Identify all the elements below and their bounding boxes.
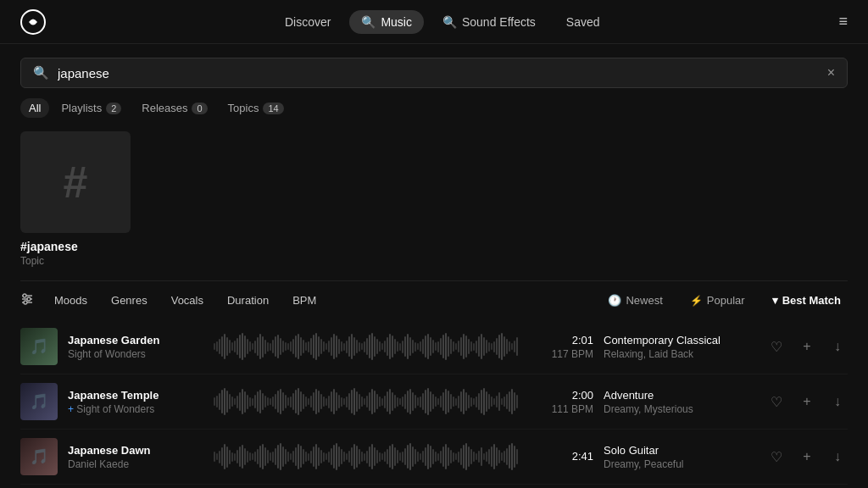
- waveform-bar: [343, 452, 345, 462]
- sort-newest[interactable]: 🕐 Newest: [601, 291, 669, 310]
- waveform-bar: [249, 397, 251, 407]
- add-button[interactable]: +: [797, 336, 817, 357]
- waveform-bar: [346, 396, 348, 408]
- top-nav: Discover 🔍 Music 🔍 Sound Effects Saved ≡: [0, 0, 868, 44]
- waveform-bar: [453, 396, 454, 407]
- nav-discover[interactable]: Discover: [273, 10, 342, 34]
- waveform-bar: [249, 452, 251, 461]
- tab-topics[interactable]: Topics 14: [220, 98, 292, 118]
- like-button[interactable]: ♡: [766, 391, 787, 412]
- filter-moods[interactable]: Moods: [44, 290, 97, 311]
- track-actions: ♡ + ↓: [766, 446, 848, 467]
- waveform-bar: [516, 395, 518, 408]
- svg-point-5: [27, 297, 31, 301]
- waveform-bar: [242, 333, 243, 360]
- waveform-bar: [290, 396, 292, 408]
- waveform-bar: [326, 453, 327, 460]
- waveform-bar: [427, 334, 429, 359]
- nav-links: Discover 🔍 Music 🔍 Sound Effects Saved: [273, 10, 612, 34]
- waveform-bar: [353, 388, 355, 415]
- waveform-bar: [481, 390, 482, 413]
- waveform-bar: [402, 452, 403, 463]
- download-button[interactable]: ↓: [827, 391, 848, 412]
- clock-icon: 🕐: [608, 294, 621, 307]
- waveform-bar: [488, 342, 490, 352]
- waveform-bar: [486, 340, 487, 353]
- filter-settings-icon[interactable]: [20, 292, 34, 308]
- search-section: 🔍 ×: [0, 44, 868, 88]
- filter-bpm[interactable]: BPM: [282, 290, 326, 311]
- menu-icon[interactable]: ≡: [838, 13, 848, 30]
- track-row[interactable]: 🎵 Japanese Temple + Sight of Wonders 2:0…: [20, 374, 848, 430]
- topic-card[interactable]: # #japanese Topic: [20, 131, 131, 267]
- logo[interactable]: [20, 9, 46, 35]
- filter-vocals[interactable]: Vocals: [161, 290, 214, 311]
- waveform-bar: [381, 453, 383, 460]
- waveform-bar: [331, 448, 332, 465]
- waveform-bar: [463, 334, 465, 359]
- waveform-bar: [221, 336, 223, 357]
- waveform-bar: [353, 337, 355, 356]
- waveform-bar: [219, 339, 220, 354]
- waveform-bar: [455, 343, 457, 350]
- waveform-bar: [516, 449, 518, 464]
- tab-releases-label: Releases: [142, 102, 187, 114]
- waveform-bar: [285, 449, 287, 464]
- track-artist: + Sight of Wonders: [68, 403, 203, 415]
- waveform-bar: [336, 392, 337, 411]
- track-row[interactable]: 🎵 Japanese Dawn Daniel Kaede 2:41 Solo G…: [20, 430, 848, 485]
- waveform-bar: [247, 395, 248, 409]
- sort-popular-label: Popular: [707, 294, 745, 307]
- waveform-bar: [264, 396, 266, 408]
- waveform-bar: [348, 451, 350, 463]
- track-row[interactable]: 🎵 Japanese Garden Sight of Wonders 2:01 …: [20, 319, 848, 374]
- tab-all[interactable]: All: [20, 98, 49, 118]
- waveform-bar: [465, 336, 467, 358]
- waveform-bar: [315, 389, 317, 414]
- track-time: 2:00 111 BPM: [542, 389, 593, 415]
- waveform-bar: [287, 343, 289, 350]
- add-button[interactable]: +: [797, 391, 817, 412]
- waveform-bar: [214, 452, 215, 462]
- nav-music[interactable]: 🔍 Music: [349, 10, 424, 34]
- waveform-bar: [320, 394, 322, 409]
- waveform-bar: [277, 391, 279, 413]
- sort-popular[interactable]: ⚡ Popular: [683, 291, 752, 310]
- search-input[interactable]: [58, 66, 819, 80]
- waveform-bar: [234, 341, 236, 352]
- add-button[interactable]: +: [797, 446, 817, 467]
- waveform-bar: [346, 453, 348, 460]
- sort-best-match[interactable]: ▾ Best Match: [765, 291, 848, 310]
- waveform-bar: [491, 396, 492, 407]
- waveform-bar: [399, 398, 401, 405]
- waveform-bar: [262, 336, 264, 358]
- waveform-bar: [417, 452, 419, 462]
- waveform-bar: [341, 341, 342, 352]
- filter-duration[interactable]: Duration: [217, 290, 279, 311]
- waveform-bar: [259, 334, 261, 359]
- waveform-bar: [415, 395, 416, 408]
- clear-search-button[interactable]: ×: [827, 65, 835, 80]
- like-button[interactable]: ♡: [766, 336, 787, 357]
- nav-sound-effects[interactable]: 🔍 Sound Effects: [431, 10, 548, 34]
- waveform-bar: [432, 394, 434, 409]
- like-button[interactable]: ♡: [766, 446, 787, 467]
- waveform-bar: [242, 389, 243, 414]
- waveform-bar: [387, 391, 388, 412]
- track-info: Japanese Temple + Sight of Wonders: [68, 389, 203, 415]
- download-button[interactable]: ↓: [827, 446, 848, 467]
- waveform-bar: [435, 452, 437, 462]
- waveform-bar: [277, 445, 279, 469]
- filter-genres[interactable]: Genres: [101, 290, 158, 311]
- download-button[interactable]: ↓: [827, 336, 848, 357]
- track-genre-tags: Dreamy, Mysterious: [604, 403, 756, 415]
- sort-newest-label: Newest: [626, 294, 662, 307]
- waveform-bar: [323, 341, 325, 352]
- waveform-bar: [415, 342, 416, 352]
- track-name: Japanese Temple: [68, 389, 203, 402]
- waveform-bar: [277, 335, 279, 358]
- tab-playlists[interactable]: Playlists 2: [53, 98, 130, 118]
- topic-name: #japanese: [20, 240, 131, 253]
- nav-saved[interactable]: Saved: [554, 10, 612, 34]
- tab-releases[interactable]: Releases 0: [133, 98, 215, 118]
